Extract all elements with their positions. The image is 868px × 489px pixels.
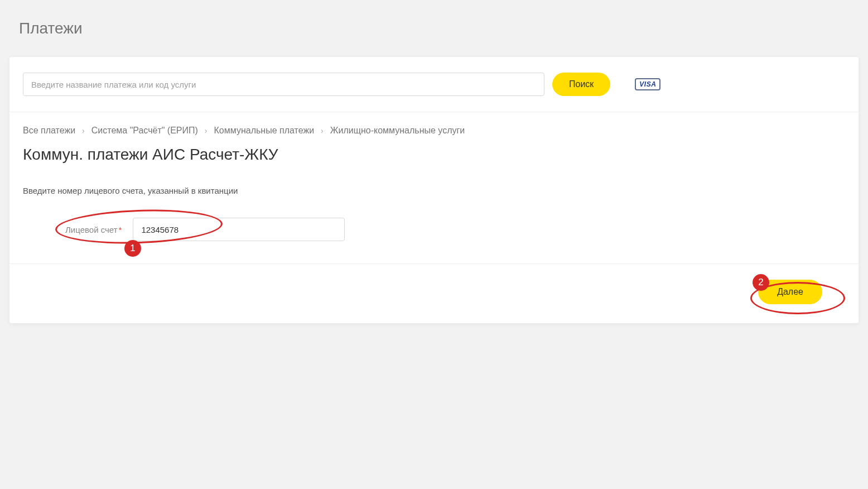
breadcrumb-item-all[interactable]: Все платежи [23, 126, 75, 136]
account-input[interactable] [133, 218, 345, 241]
breadcrumb: Все платежи › Система "Расчёт" (ЕРИП) › … [9, 112, 859, 136]
search-row: Поиск VISA [9, 57, 859, 112]
account-label-text: Лицевой счет [65, 225, 118, 234]
search-input[interactable] [23, 73, 544, 96]
visa-icon: VISA [635, 78, 660, 90]
account-form-row: Лицевой счет* 1 [9, 195, 859, 264]
account-label: Лицевой счет* [65, 225, 122, 234]
required-mark: * [119, 225, 122, 234]
payment-card: Поиск VISA Все платежи › Система "Расчёт… [9, 57, 859, 323]
page-title: Платежи [0, 0, 868, 37]
chevron-right-icon: › [82, 126, 85, 135]
next-button[interactable]: Далее [758, 280, 822, 304]
search-button[interactable]: Поиск [552, 73, 610, 96]
annotation-badge-1: 1 [124, 240, 141, 257]
section-title: Коммун. платежи АИС Расчет-ЖКУ [9, 136, 859, 164]
breadcrumb-item-erip[interactable]: Система "Расчёт" (ЕРИП) [91, 126, 198, 136]
actions-row: Далее 2 [9, 264, 859, 323]
chevron-right-icon: › [321, 126, 324, 135]
instruction-text: Введите номер лицевого счета, указанный … [9, 164, 859, 195]
chevron-right-icon: › [205, 126, 208, 135]
breadcrumb-item-housing[interactable]: Жилищно-коммунальные услуги [330, 126, 465, 136]
breadcrumb-item-utility[interactable]: Коммунальные платежи [214, 126, 315, 136]
